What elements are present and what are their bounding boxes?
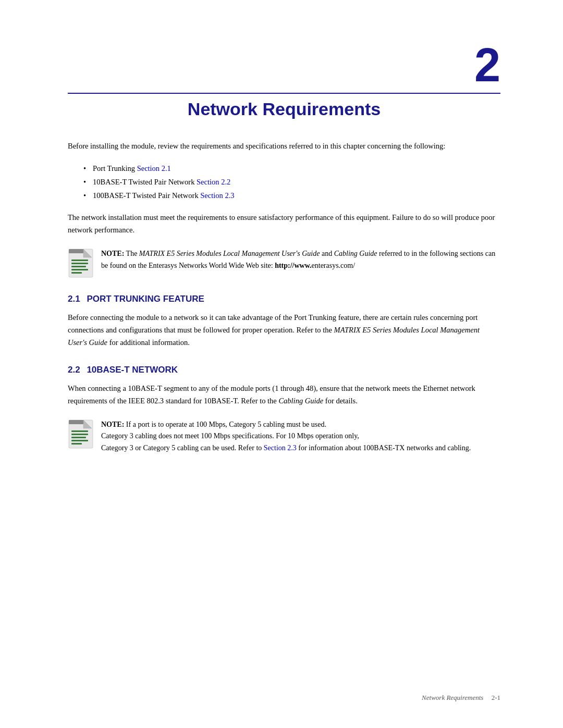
svg-rect-17: [69, 420, 83, 424]
section-2-1-heading: 2.1 PORT TRUNKING FEATURE: [68, 294, 500, 304]
note-box-1: NOTE: The MATRIX E5 Series Modules Local…: [68, 248, 500, 278]
book-title-2: Cabling Guide: [334, 250, 377, 257]
list-item: 10BASE-T Twisted Pair Network Section 2.…: [83, 175, 500, 189]
bullet-list: Port Trunking Section 2.1 10BASE-T Twist…: [83, 162, 500, 202]
note-content-1: NOTE: The MATRIX E5 Series Modules Local…: [101, 248, 500, 272]
svg-rect-16: [71, 443, 82, 445]
svg-rect-8: [69, 249, 83, 253]
section-2-2-heading: 2.2 10BASE-T NETWORK: [68, 365, 500, 375]
footer-page: 2-1: [492, 694, 500, 701]
performance-text: The network installation must meet the r…: [68, 212, 500, 237]
intro-paragraph: Before installing the module, review the…: [68, 140, 500, 152]
section-2-1-body: Before connecting the module to a networ…: [68, 312, 500, 349]
section-2-3-link[interactable]: Section 2.3: [200, 191, 234, 200]
svg-rect-14: [71, 437, 86, 438]
note-line-3: Category 3 or Category 5 cabling can be …: [101, 444, 471, 452]
book-ref-2: Cabling Guide: [278, 397, 323, 405]
section-num-2-1: 2.1: [68, 294, 80, 304]
list-item-text: Port Trunking: [93, 164, 137, 172]
svg-rect-6: [71, 269, 88, 270]
chapter-number: 2: [68, 42, 500, 89]
note-content-2: NOTE: If a port is to operate at 100 Mbp…: [101, 419, 500, 454]
url-text: http://www.: [275, 262, 311, 269]
chapter-title: Network Requirements: [68, 99, 500, 119]
section-title-2-2: 10BASE-T NETWORK: [87, 365, 178, 375]
note-label-1: NOTE:: [101, 250, 124, 257]
svg-rect-4: [71, 263, 88, 264]
footer-label: Network Requirements: [422, 694, 483, 701]
book-ref-1: MATRIX E5 Series Modules Local Managemen…: [68, 326, 480, 347]
document-icon-2: [68, 419, 94, 449]
svg-rect-15: [71, 440, 88, 441]
section-2-2-body: When connecting a 10BASE-T segment to an…: [68, 382, 500, 408]
svg-rect-5: [71, 266, 86, 267]
page: 2 Network Requirements Before installing…: [0, 0, 563, 728]
list-item: 100BASE-T Twisted Pair Network Section 2…: [83, 189, 500, 202]
list-item-text: 100BASE-T Twisted Pair Network: [93, 191, 200, 200]
list-item-text: 10BASE-T Twisted Pair Network: [93, 178, 197, 186]
section-2-2-link[interactable]: Section 2.2: [197, 178, 230, 186]
svg-rect-7: [71, 272, 82, 274]
document-icon: [68, 248, 94, 278]
footer: Network Requirements 2-1: [422, 694, 500, 702]
section-2-3-link-2[interactable]: Section 2.3: [264, 444, 297, 452]
section-title-2-1: PORT TRUNKING FEATURE: [87, 294, 204, 304]
book-title-1: MATRIX E5 Series Modules Local Managemen…: [139, 250, 320, 257]
section-num-2-2: 2.2: [68, 365, 80, 375]
note-box-2: NOTE: If a port is to operate at 100 Mbp…: [68, 419, 500, 454]
svg-rect-13: [71, 434, 88, 435]
chapter-divider: [68, 93, 500, 94]
section-2-1-link[interactable]: Section 2.1: [137, 164, 171, 172]
list-item: Port Trunking Section 2.1: [83, 162, 500, 175]
svg-rect-12: [71, 430, 88, 432]
note-label-2: NOTE:: [101, 421, 124, 428]
svg-rect-3: [71, 260, 88, 261]
note-line-2: Category 3 cabling does not meet 100 Mbp…: [101, 432, 359, 440]
